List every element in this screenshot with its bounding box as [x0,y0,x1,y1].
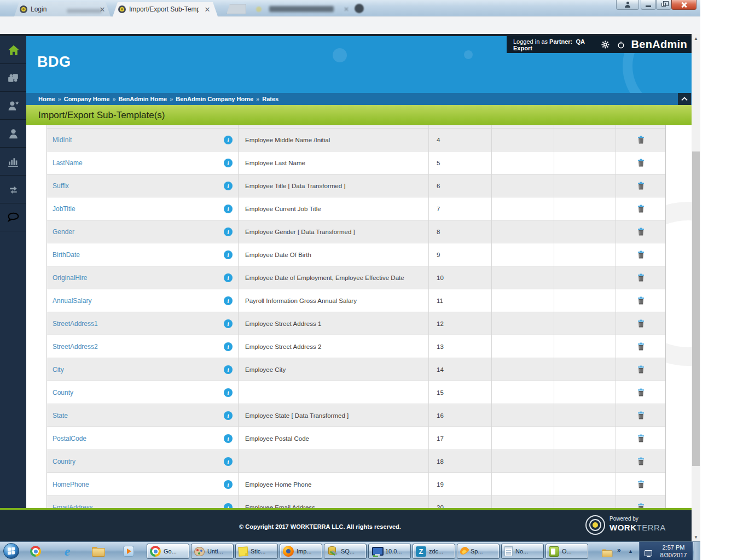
field-name-link[interactable]: Suffix [53,182,224,190]
field-name-link[interactable]: AnnualSalary [53,297,224,305]
taskbar-button-imp[interactable]: Imp... [280,544,322,559]
delete-button[interactable] [637,411,645,419]
delete-button[interactable] [637,182,645,190]
delete-button[interactable] [637,457,645,465]
collapse-header-button[interactable] [678,93,691,105]
field-name-link[interactable]: HomePhone [53,481,224,488]
taskbar-pinned-chrome[interactable] [28,544,43,558]
minimize-button[interactable] [641,0,656,10]
delete-button[interactable] [637,365,645,374]
field-name-link[interactable]: County [53,389,224,396]
info-icon[interactable]: i [224,273,233,282]
breadcrumb-item-benadmin-home[interactable]: BenAdmin Home [119,96,167,102]
browser-tab-active[interactable]: Import/Export Sub-Temp ✕ [113,2,218,16]
tray-clock[interactable]: 2:57 PM 8/30/2017 [657,544,690,559]
start-button[interactable] [3,543,19,559]
breadcrumb-item-home[interactable]: Home [38,96,55,102]
field-name-link[interactable]: StreetAddress1 [53,320,224,328]
taskbar-button-go[interactable]: Go... [147,544,189,559]
info-icon[interactable]: i [224,296,233,305]
taskbar-button-zdc[interactable]: Zzdc... [413,544,455,559]
taskbar-button-sp[interactable]: Sp... [457,544,500,559]
decoration [333,48,347,62]
scroll-up-icon[interactable]: ▲ [692,34,700,43]
sidebar-item-user[interactable] [0,120,26,148]
profile-button[interactable] [616,0,639,10]
field-name-link[interactable]: State [53,412,224,419]
tray-folder-button[interactable] [600,546,614,560]
taskbar-pinned-explorer[interactable] [91,544,105,558]
delete-button[interactable] [637,250,645,259]
sidebar-item-bar-chart[interactable] [0,148,26,176]
tray-show-hidden-icon[interactable]: ▲ [628,549,633,554]
sidebar-item-user-add[interactable] [0,92,26,120]
field-name-link[interactable]: BirthDate [53,251,224,259]
delete-button[interactable] [637,296,645,305]
table-row-Country: Countryi18 [47,450,665,473]
show-desktop-button[interactable] [694,542,700,560]
scrollbar-thumb[interactable] [692,151,700,466]
info-icon[interactable]: i [224,228,233,236]
info-icon[interactable]: i [224,159,233,167]
tray-network-button[interactable] [641,547,655,560]
browser-tab-login[interactable]: Login ✕ [14,2,111,16]
sidebar-item-puzzle[interactable] [0,64,26,92]
tab-close-icon[interactable]: ✕ [204,6,211,13]
taskbar-button-o[interactable]: O... [545,544,588,559]
taskbar-pinned-ie[interactable]: e [60,544,74,558]
info-icon[interactable]: i [224,342,233,351]
info-icon[interactable]: i [224,250,233,259]
firefox-icon [283,546,294,557]
field-name-link[interactable]: LastName [53,159,224,167]
field-name-link[interactable]: PostalCode [53,435,224,442]
delete-button[interactable] [637,434,645,442]
info-icon[interactable]: i [224,182,233,190]
sidebar-item-home[interactable] [0,36,26,64]
info-icon[interactable]: i [224,457,233,466]
field-name-link[interactable]: City [53,366,224,374]
field-name-link[interactable]: Country [53,458,224,465]
page-scrollbar[interactable]: ▲ ▼ [692,34,700,541]
field-name-link[interactable]: StreetAddress2 [53,343,224,351]
restore-button[interactable] [656,0,671,10]
logout-power-icon[interactable] [617,40,625,49]
taskbar-button-unti[interactable]: Unti... [191,544,234,559]
field-name-link[interactable]: OriginalHire [53,274,224,282]
page-title: Import/Export Sub-Template(s) [38,110,165,121]
delete-button[interactable] [637,159,645,167]
tray-overflow-icon[interactable]: » [617,546,621,554]
delete-button[interactable] [637,273,645,282]
info-icon[interactable]: i [224,205,233,213]
info-icon[interactable]: i [224,434,233,443]
field-name-link[interactable]: MidInit [53,136,224,144]
delete-button[interactable] [637,319,645,328]
delete-button[interactable] [637,480,645,488]
scroll-down-icon[interactable]: ▼ [692,533,700,541]
info-icon[interactable]: i [224,388,233,397]
info-icon[interactable]: i [224,136,233,144]
empty-cell [492,243,554,266]
delete-button[interactable] [637,342,645,351]
field-name-link[interactable]: JobTitle [53,205,224,213]
field-name-link[interactable]: Gender [53,228,224,236]
info-icon[interactable]: i [224,365,233,374]
delete-button[interactable] [637,136,645,144]
settings-gear-icon[interactable] [601,40,610,49]
close-button[interactable] [671,0,696,10]
breadcrumb-item-rates[interactable]: Rates [262,96,278,102]
info-icon[interactable]: i [224,411,233,420]
delete-button[interactable] [637,228,645,236]
taskbar-button-stic[interactable]: Stic... [235,544,278,559]
taskbar-pinned-media-player[interactable] [121,544,136,558]
taskbar-button-sq[interactable]: SQ... [324,544,367,559]
sidebar-item-chat[interactable] [0,203,26,231]
taskbar-button-100[interactable]: 10.0... [368,544,411,559]
info-icon[interactable]: i [224,319,233,328]
info-icon[interactable]: i [224,480,233,489]
delete-button[interactable] [637,388,645,396]
delete-button[interactable] [637,205,645,213]
breadcrumb-item-benadmin-company-home[interactable]: BenAdmin Company Home [176,96,253,102]
taskbar-button-no[interactable]: No... [501,544,544,559]
breadcrumb-item-company-home[interactable]: Company Home [64,96,110,102]
sidebar-item-transfer[interactable] [0,176,26,203]
